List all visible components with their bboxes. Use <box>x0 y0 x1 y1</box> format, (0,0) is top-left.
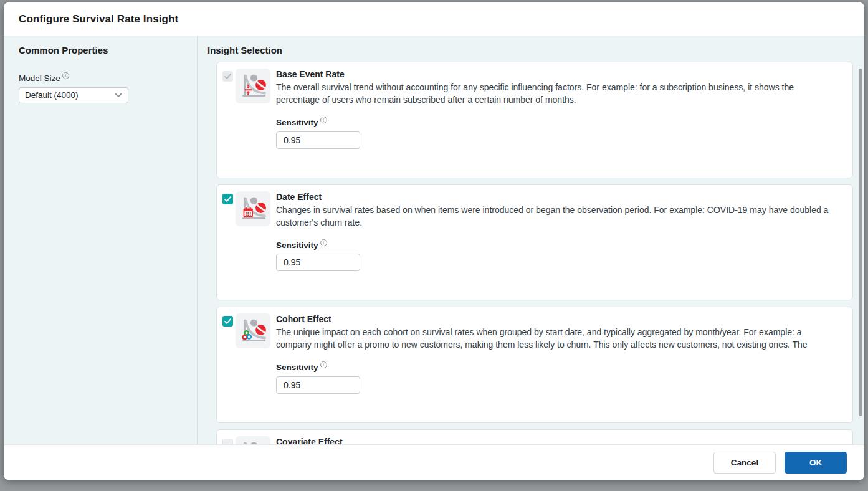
cancel-button[interactable]: Cancel <box>713 452 776 474</box>
page-background: Configure Survival Rate Insight Common P… <box>0 0 868 491</box>
insight-title: Base Event Rate <box>276 69 834 80</box>
insight-card-date-effect: Date Effect Changes in survival rates ba… <box>216 184 853 301</box>
insight-card-cohort-effect: Cohort Effect The unique impact on each … <box>216 307 853 423</box>
check-icon <box>225 197 231 201</box>
insight-card-covariate-effect: Covariate Effect The influence of specif… <box>216 429 853 445</box>
common-properties-heading: Common Properties <box>19 45 182 55</box>
chevron-down-icon <box>115 93 122 98</box>
scrollbar-thumb[interactable] <box>859 69 862 416</box>
info-icon: i <box>320 361 327 368</box>
sensitivity-label: Sensitivityi <box>276 239 834 250</box>
model-size-label-text: Model Size <box>19 74 60 83</box>
date-effect-icon <box>236 191 270 226</box>
check-icon <box>225 74 231 79</box>
sensitivity-label: Sensitivityi <box>276 117 834 127</box>
base-event-rate-icon <box>236 69 270 103</box>
covariate-effect-icon <box>236 436 270 445</box>
model-size-label: Model Sizei <box>19 72 182 83</box>
insight-selection-heading: Insight Selection <box>207 45 864 55</box>
model-size-selected-value: Default (4000) <box>25 90 79 100</box>
insight-checkbox[interactable] <box>222 439 233 445</box>
insight-title: Covariate Effect <box>276 436 834 445</box>
configure-insight-dialog: Configure Survival Rate Insight Common P… <box>4 2 864 480</box>
insight-description: The overall survival trend without accou… <box>276 81 834 106</box>
info-icon: i <box>320 239 327 246</box>
info-icon: i <box>320 117 327 123</box>
check-icon <box>225 319 231 323</box>
insight-description: Changes in survival rates based on when … <box>276 204 834 229</box>
insight-checkbox[interactable] <box>222 194 233 204</box>
insight-card-list: Base Event Rate The overall survival tre… <box>216 62 853 444</box>
sensitivity-input[interactable] <box>276 376 360 394</box>
insight-checkbox[interactable] <box>222 316 233 327</box>
sensitivity-input[interactable] <box>276 131 360 149</box>
dialog-body: Common Properties Model Sizei Default (4… <box>4 36 864 444</box>
insight-checkbox <box>222 71 233 82</box>
dialog-title: Configure Survival Rate Insight <box>19 13 178 26</box>
insight-card-base-event-rate: Base Event Rate The overall survival tre… <box>216 62 853 178</box>
insight-title: Date Effect <box>276 191 834 203</box>
sensitivity-input[interactable] <box>276 254 360 271</box>
info-icon: i <box>62 72 69 79</box>
sensitivity-label: Sensitivityi <box>276 361 834 372</box>
ok-button[interactable]: OK <box>785 452 847 474</box>
dialog-footer: Cancel OK <box>4 444 864 480</box>
dialog-header: Configure Survival Rate Insight <box>4 2 864 36</box>
model-size-select[interactable]: Default (4000) <box>19 87 128 103</box>
common-properties-panel: Common Properties Model Sizei Default (4… <box>4 36 198 444</box>
insight-title: Cohort Effect <box>276 313 834 325</box>
insight-selection-panel: Insight Selection <box>198 36 864 444</box>
cohort-effect-icon <box>236 313 270 348</box>
insight-description: The unique impact on each cohort on surv… <box>276 326 834 351</box>
